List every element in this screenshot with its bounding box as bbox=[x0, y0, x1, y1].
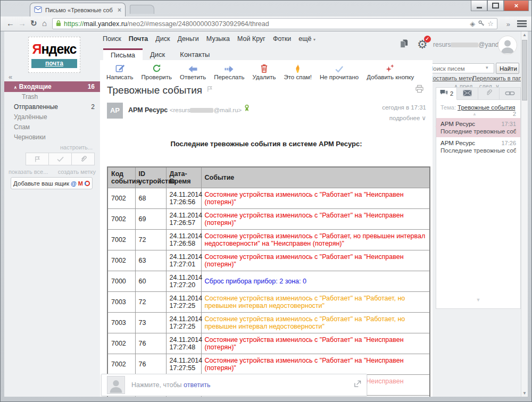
details-link[interactable]: подробнее ∨ bbox=[389, 114, 426, 122]
toolbar-Это спам![interactable]: Это спам! bbox=[284, 63, 311, 80]
attachment-filter-button[interactable] bbox=[72, 153, 94, 165]
back-button[interactable]: ← bbox=[6, 19, 14, 28]
folder-Черновики[interactable]: Черновики bbox=[4, 132, 100, 143]
scroll-down-caret-icon[interactable]: ▼ bbox=[436, 297, 521, 303]
reply-link[interactable]: ответить bbox=[184, 381, 210, 389]
https-lock-icon bbox=[56, 19, 61, 29]
reply-icon bbox=[187, 63, 198, 73]
bookmark-star-icon[interactable]: ☆ bbox=[487, 20, 494, 28]
compose-icon bbox=[115, 63, 125, 73]
thread-tab-links[interactable] bbox=[500, 87, 521, 100]
reply-box[interactable]: Нажмите, чтобы ответить bbox=[101, 374, 367, 396]
thread-tab-mail[interactable] bbox=[457, 87, 478, 100]
table-row: 70026324.11.201417:27:01Состояние устрой… bbox=[107, 250, 430, 271]
page-scrollbar[interactable]: ▲ ▼ bbox=[521, 31, 528, 397]
configure-link[interactable]: настроить... bbox=[60, 144, 93, 150]
browser-menu-icon[interactable] bbox=[517, 20, 527, 28]
url-field[interactable]: https://mail.yandex.ru/neo2/#message/248… bbox=[52, 18, 497, 29]
add-mailbox-button[interactable]: Добавьте ваш ящик @ M bbox=[11, 177, 93, 189]
clip-icon bbox=[485, 89, 492, 98]
thread-topic: Тема: Тревожные события 2 bbox=[436, 100, 520, 112]
nav-item-Поиск[interactable]: Поиск bbox=[103, 35, 121, 43]
sender-avatar: АР bbox=[107, 103, 123, 119]
key-icon[interactable] bbox=[478, 19, 485, 29]
table-row: 70027624.11.201417:27:55Состояние устрой… bbox=[107, 354, 430, 375]
scrollbar-thumb[interactable] bbox=[522, 40, 527, 100]
nav-item-Музыка[interactable]: Музыка bbox=[206, 35, 230, 43]
expand-compose-icon[interactable] bbox=[354, 380, 361, 390]
nav-item-Фотки[interactable]: Фотки bbox=[273, 35, 291, 43]
collapse-caret-icon[interactable]: ▲ bbox=[436, 112, 520, 118]
reload-button[interactable]: ↻ bbox=[30, 19, 37, 28]
home-button[interactable]: ⌂ bbox=[42, 19, 47, 28]
forward-button[interactable]: → bbox=[18, 19, 26, 28]
toolbar-Добавить кнопку[interactable]: Добавить кнопку bbox=[367, 63, 414, 80]
thread-tab-attachments[interactable] bbox=[478, 87, 500, 100]
scroll-down-icon[interactable]: ▼ bbox=[521, 391, 528, 396]
browser-tab[interactable]: Письмо «Тревожные соб × bbox=[30, 3, 126, 16]
toolbar-Проверить[interactable]: Проверить bbox=[142, 63, 172, 80]
filter-buttons bbox=[26, 153, 95, 165]
extension-icon[interactable]: ◈ bbox=[470, 20, 475, 28]
folder-list: ∧Входящие16TrashОтправленные2УдалённыеСп… bbox=[4, 81, 100, 143]
search-dropdown-icon[interactable]: ▾ bbox=[486, 65, 488, 70]
toolbar-Ответить[interactable]: Ответить bbox=[180, 63, 206, 80]
new-tab-button[interactable] bbox=[130, 5, 154, 14]
print-icon[interactable] bbox=[415, 85, 424, 95]
browser-window: Письмо «Тревожные соб × × ← → ↻ ⌂ https:… bbox=[0, 0, 532, 402]
thread-panel: Тема: Тревожные события 2 ▲ 17:31АРМ Рес… bbox=[436, 99, 521, 309]
nav-item-Мой Круг[interactable]: Мой Круг bbox=[237, 35, 265, 43]
thread-item[interactable]: 17:26АРМ РесурсПоследние тревожные событ… bbox=[436, 137, 520, 156]
flag-icon[interactable] bbox=[206, 83, 213, 95]
toolbar-Написать[interactable]: Написать bbox=[106, 63, 134, 80]
settings-gear-icon[interactable]: ⚙✓ bbox=[417, 38, 428, 52]
table-row: 70006024.11.201417:27:20Сброс прибора пр… bbox=[107, 271, 430, 292]
flag-filter-button[interactable] bbox=[26, 153, 49, 165]
search-input[interactable] bbox=[425, 63, 494, 73]
reply-prompt[interactable]: Нажмите, чтобы ответить bbox=[131, 381, 347, 389]
table-row: 70026924.11.201417:26:57Состояние устрой… bbox=[107, 209, 430, 230]
folder-Входящие[interactable]: ∧Входящие16 bbox=[4, 81, 100, 92]
body-title: Последние тревожные события в системе АР… bbox=[100, 140, 433, 148]
events-table: Код событияID устройстваДата-ВремяСобыти… bbox=[107, 166, 430, 397]
toolbar-Переслать[interactable]: Переслать bbox=[214, 63, 244, 80]
nav-item-Диск[interactable]: Диск bbox=[155, 35, 170, 43]
toolbar-Удалить[interactable]: Удалить bbox=[253, 63, 276, 80]
thread-item[interactable]: 17:31АРМ РесурсПоследние тревожные событ… bbox=[436, 118, 520, 137]
address-bar: ← → ↻ ⌂ https://mail.yandex.ru/neo2/#mes… bbox=[1, 16, 531, 31]
yandex-logo[interactable]: Яндекс почта bbox=[28, 37, 80, 73]
read-filter-button[interactable] bbox=[49, 153, 72, 165]
create-label-link[interactable]: создать метку bbox=[58, 169, 96, 175]
folder-Спам[interactable]: Спам bbox=[4, 122, 100, 132]
folder-Отправленные[interactable]: Отправленные2 bbox=[4, 102, 100, 112]
set-label-link[interactable]: Поставить метку bbox=[429, 75, 474, 81]
close-button[interactable]: × bbox=[504, 1, 529, 11]
find-button[interactable]: Найти bbox=[496, 63, 519, 74]
flame-icon bbox=[294, 63, 302, 73]
overflow-chevron-icon[interactable]: » bbox=[506, 20, 510, 28]
move-to-folder-link[interactable]: Переложить в папку bbox=[472, 75, 527, 81]
account-avatar[interactable] bbox=[498, 36, 517, 55]
redacted-text bbox=[451, 43, 478, 47]
thread-topic-link[interactable]: Тревожные события bbox=[458, 104, 515, 111]
nav-item-ещё[interactable]: ещё ▾ bbox=[298, 35, 323, 43]
sidebar-collapse-button[interactable]: « bbox=[9, 73, 12, 81]
browser-titlebar: Письмо «Тревожные соб × × bbox=[1, 1, 531, 16]
nav-item-Почта[interactable]: Почта bbox=[129, 35, 148, 43]
tab-close-icon[interactable]: × bbox=[118, 7, 121, 13]
rambler-icon bbox=[85, 181, 90, 186]
yandex-mail-banner: почта bbox=[31, 59, 77, 68]
pages-icon[interactable] bbox=[399, 39, 409, 51]
scroll-up-icon[interactable]: ▲ bbox=[521, 32, 528, 37]
table-row: 70027224.11.201417:26:58Состояние устрой… bbox=[107, 230, 430, 250]
folder-Trash[interactable]: Trash bbox=[4, 92, 100, 102]
toolbar-Не прочитано[interactable]: Не прочитано bbox=[320, 63, 359, 80]
show-all-link[interactable]: показать все... bbox=[9, 169, 48, 175]
maximize-button[interactable] bbox=[487, 1, 504, 11]
nav-item-Деньги[interactable]: Деньги bbox=[177, 35, 198, 43]
thread-tab-messages[interactable]: 2 bbox=[436, 87, 457, 100]
sender-row: АР АРМ Ресурс <resurs@mail.ru> сегодня в… bbox=[107, 103, 426, 124]
toolbar: НаписатьПроверитьОтветитьПереслатьУдалит… bbox=[106, 63, 414, 80]
folder-Удалённые[interactable]: Удалённые bbox=[4, 112, 100, 122]
minimize-button[interactable] bbox=[471, 1, 487, 11]
